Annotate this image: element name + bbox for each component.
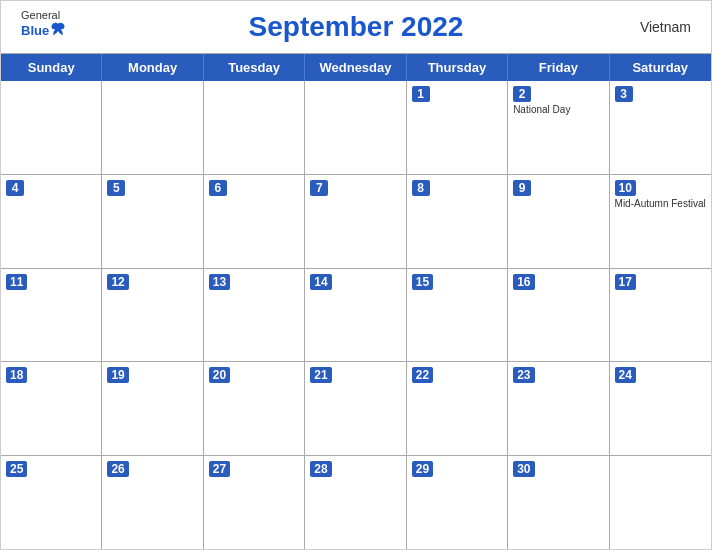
day-cell: 18 [1,362,102,455]
day-cell: 14 [305,269,406,362]
day-cell: 7 [305,175,406,268]
day-cell [305,81,406,174]
day-number: 13 [209,274,230,290]
generalblue-logo: General Blue [21,9,67,39]
calendar-grid: SundayMondayTuesdayWednesdayThursdayFrid… [1,53,711,549]
day-cell: 12 [102,269,203,362]
weeks-container: 12National Day345678910Mid-Autumn Festiv… [1,81,711,549]
day-cell: 3 [610,81,711,174]
day-header-tuesday: Tuesday [204,54,305,81]
day-header-wednesday: Wednesday [305,54,406,81]
day-header-friday: Friday [508,54,609,81]
week-row-3: 11121314151617 [1,269,711,363]
day-cell: 8 [407,175,508,268]
day-number: 27 [209,461,230,477]
day-number: 20 [209,367,230,383]
day-cell: 9 [508,175,609,268]
day-cell [1,81,102,174]
day-number: 5 [107,180,125,196]
day-number: 28 [310,461,331,477]
week-row-4: 18192021222324 [1,362,711,456]
country-label: Vietnam [640,19,691,35]
day-number: 6 [209,180,227,196]
day-cell: 21 [305,362,406,455]
day-number: 2 [513,86,531,102]
day-number: 19 [107,367,128,383]
day-number: 12 [107,274,128,290]
day-number: 4 [6,180,24,196]
day-number: 7 [310,180,328,196]
day-number: 8 [412,180,430,196]
day-number: 1 [412,86,430,102]
day-cell: 25 [1,456,102,549]
day-cell [102,81,203,174]
day-cell: 22 [407,362,508,455]
holiday-label: Mid-Autumn Festival [615,198,706,210]
day-number: 11 [6,274,27,290]
day-cell: 2National Day [508,81,609,174]
day-number: 10 [615,180,636,196]
day-number: 14 [310,274,331,290]
day-cell [610,456,711,549]
day-number: 29 [412,461,433,477]
day-number: 22 [412,367,433,383]
day-cell: 15 [407,269,508,362]
day-cell: 11 [1,269,102,362]
day-cell: 16 [508,269,609,362]
day-number: 21 [310,367,331,383]
day-cell: 6 [204,175,305,268]
logo-general: General [21,9,67,21]
day-number: 17 [615,274,636,290]
day-cell: 4 [1,175,102,268]
day-cell [204,81,305,174]
day-cell: 28 [305,456,406,549]
day-number: 16 [513,274,534,290]
week-row-2: 45678910Mid-Autumn Festival [1,175,711,269]
day-cell: 29 [407,456,508,549]
day-number: 30 [513,461,534,477]
logo-bird-icon [49,21,67,39]
day-cell: 10Mid-Autumn Festival [610,175,711,268]
day-header-saturday: Saturday [610,54,711,81]
day-cell: 30 [508,456,609,549]
day-cell: 26 [102,456,203,549]
day-cell: 17 [610,269,711,362]
day-cell: 13 [204,269,305,362]
calendar-container: General Blue September 2022 Vietnam Sund… [0,0,712,550]
calendar-header: General Blue September 2022 Vietnam [1,1,711,53]
day-number: 15 [412,274,433,290]
day-number: 3 [615,86,633,102]
day-number: 9 [513,180,531,196]
day-cell: 19 [102,362,203,455]
day-number: 24 [615,367,636,383]
day-cell: 23 [508,362,609,455]
day-cell: 27 [204,456,305,549]
day-cell: 5 [102,175,203,268]
day-cell: 1 [407,81,508,174]
day-headers-row: SundayMondayTuesdayWednesdayThursdayFrid… [1,54,711,81]
logo-blue: Blue [21,23,49,38]
day-header-monday: Monday [102,54,203,81]
holiday-label: National Day [513,104,603,116]
day-header-thursday: Thursday [407,54,508,81]
day-cell: 24 [610,362,711,455]
day-header-sunday: Sunday [1,54,102,81]
week-row-1: 12National Day3 [1,81,711,175]
day-number: 23 [513,367,534,383]
day-number: 25 [6,461,27,477]
calendar-title: September 2022 [249,11,464,43]
day-number: 18 [6,367,27,383]
week-row-5: 252627282930 [1,456,711,549]
day-number: 26 [107,461,128,477]
day-cell: 20 [204,362,305,455]
